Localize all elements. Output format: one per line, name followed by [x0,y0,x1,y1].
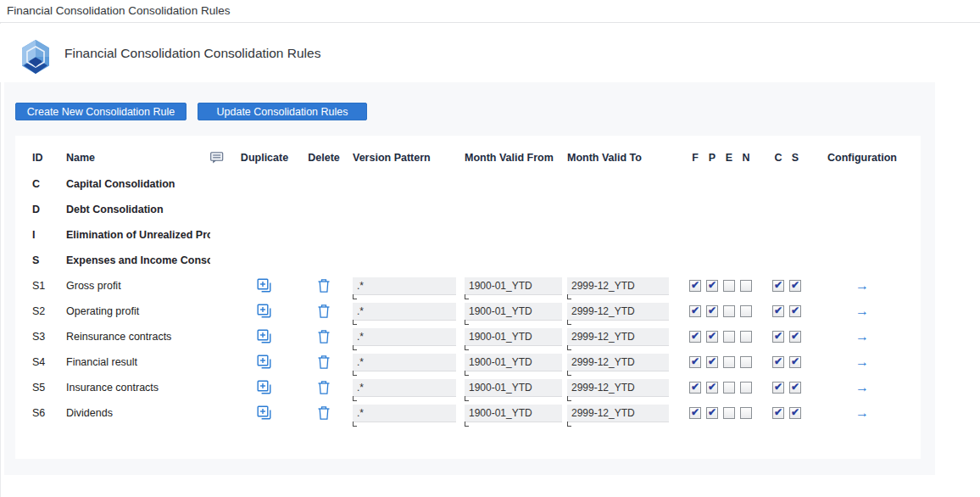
month-valid-from-input[interactable] [465,354,562,371]
duplicate-icon[interactable] [257,380,272,395]
month-valid-to-input[interactable] [567,379,669,397]
month-valid-to-input[interactable] [567,277,669,295]
delete-icon[interactable] [317,405,331,421]
rule-row: S1 Gross profit [15,273,921,299]
configuration-arrow-button[interactable]: → [855,405,869,420]
delete-icon[interactable] [317,304,331,319]
rule-group-row[interactable]: S Expenses and Income Consolida [15,248,921,273]
flag-c-checkbox[interactable] [772,305,784,317]
month-valid-to-input[interactable] [567,405,669,422]
rule-row: S4 Financial result [15,349,921,375]
flag-f-checkbox[interactable] [689,331,701,343]
flag-n-checkbox[interactable] [740,382,752,394]
flag-e-checkbox[interactable] [723,280,735,292]
col-header-s: S [787,152,804,164]
col-header-configuration: Configuration [804,152,921,164]
update-consolidation-rules-button[interactable]: Update Consolidation Rules [198,103,367,120]
flag-e-checkbox[interactable] [723,407,735,419]
flag-s-checkbox[interactable] [789,407,801,419]
flag-f-checkbox[interactable] [689,382,701,394]
configuration-arrow-button[interactable]: → [855,278,869,293]
version-pattern-input[interactable] [353,303,456,321]
group-id: I [15,229,66,241]
configuration-arrow-button[interactable]: → [855,304,869,318]
flag-p-checkbox[interactable] [706,280,718,292]
flag-s-checkbox[interactable] [789,356,801,368]
configuration-arrow-button[interactable]: → [855,329,869,343]
month-valid-from-input[interactable] [465,328,562,346]
flag-c-checkbox[interactable] [772,280,784,292]
flag-e-checkbox[interactable] [723,356,735,368]
col-header-duplicate: Duplicate [229,152,300,164]
flag-c-checkbox[interactable] [772,382,784,394]
duplicate-icon[interactable] [257,405,272,421]
rule-id: S4 [15,356,66,368]
flag-p-checkbox[interactable] [706,305,718,317]
delete-icon[interactable] [317,355,331,370]
flag-n-checkbox[interactable] [740,280,752,292]
page-title: Financial Consolidation Consolidation Ru… [64,46,320,61]
flag-s-checkbox[interactable] [789,382,801,394]
delete-icon[interactable] [317,278,331,293]
flag-p-checkbox[interactable] [706,407,718,419]
comment-icon[interactable] [210,151,229,164]
flag-e-checkbox[interactable] [723,331,735,343]
flag-e-checkbox[interactable] [723,305,735,317]
delete-icon[interactable] [317,329,331,344]
version-pattern-input[interactable] [353,277,456,295]
rule-name: Financial result [66,356,210,368]
col-header-f: F [687,152,704,164]
configuration-arrow-button[interactable]: → [855,355,869,369]
rule-group-row[interactable]: I Elimination of Unrealized Profit [15,222,921,248]
flag-p-checkbox[interactable] [706,331,718,343]
month-valid-from-input[interactable] [465,379,562,397]
duplicate-icon[interactable] [257,278,272,293]
rule-name: Insurance contracts [66,382,210,394]
month-valid-from-input[interactable] [465,405,562,422]
flag-f-checkbox[interactable] [689,280,701,292]
create-consolidation-rule-button[interactable]: Create New Consolidation Rule [15,103,187,120]
month-valid-from-input[interactable] [465,303,562,321]
flag-c-checkbox[interactable] [772,356,784,368]
duplicate-icon[interactable] [257,355,272,370]
rule-group-row[interactable]: D Debt Consolidation [15,197,921,222]
version-pattern-input[interactable] [353,328,456,346]
rule-group-row[interactable]: C Capital Consolidation [15,171,921,197]
toolbar: Create New Consolidation Rule Update Con… [15,103,367,120]
flag-p-checkbox[interactable] [706,356,718,368]
month-valid-to-input[interactable] [567,303,669,321]
col-header-delete: Delete [300,152,348,164]
group-id: C [15,178,66,190]
flag-s-checkbox[interactable] [789,331,801,343]
flag-c-checkbox[interactable] [772,407,784,419]
flag-n-checkbox[interactable] [740,331,752,343]
month-valid-to-input[interactable] [567,328,669,346]
version-pattern-input[interactable] [353,379,456,397]
configuration-arrow-button[interactable]: → [855,380,869,394]
rules-table: ID Name Duplicate Delete Version Pattern… [15,136,921,459]
flag-c-checkbox[interactable] [772,331,784,343]
version-pattern-input[interactable] [353,354,456,371]
flag-f-checkbox[interactable] [689,356,701,368]
content-panel: Create New Consolidation Rule Update Con… [4,82,935,475]
rule-name: Reinsurance contracts [66,331,210,343]
flag-f-checkbox[interactable] [689,407,701,419]
flag-e-checkbox[interactable] [723,382,735,394]
version-pattern-input[interactable] [353,405,456,422]
duplicate-icon[interactable] [257,329,272,344]
flag-s-checkbox[interactable] [789,305,801,317]
month-valid-from-input[interactable] [465,277,562,295]
flag-f-checkbox[interactable] [689,305,701,317]
col-header-version-pattern: Version Pattern [348,152,465,164]
flag-s-checkbox[interactable] [789,280,801,292]
flag-n-checkbox[interactable] [740,407,752,419]
delete-icon[interactable] [317,380,331,395]
rule-row: S2 Operating profit [15,299,921,324]
group-name: Elimination of Unrealized Profit [66,229,210,241]
flag-n-checkbox[interactable] [740,305,752,317]
flag-p-checkbox[interactable] [706,382,718,394]
group-id: D [15,204,66,215]
duplicate-icon[interactable] [257,304,272,319]
flag-n-checkbox[interactable] [740,356,752,368]
month-valid-to-input[interactable] [567,354,669,371]
